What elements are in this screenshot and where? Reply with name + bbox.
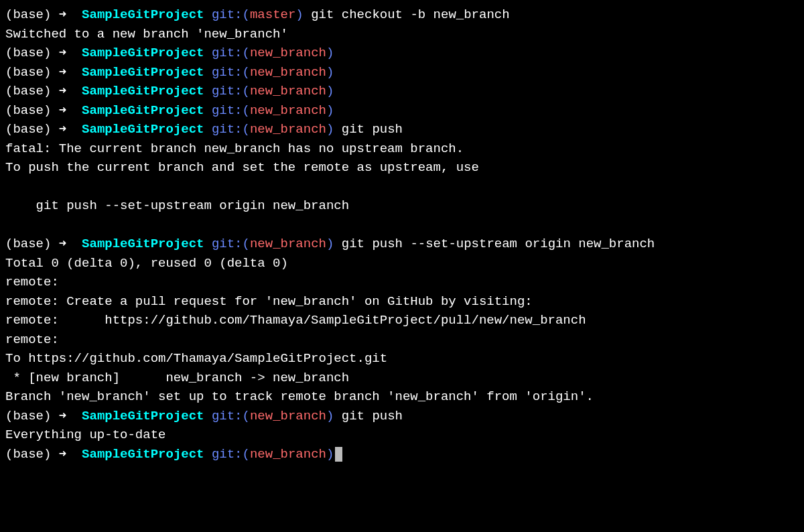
- output-text: * [new branch] new_branch -> new_branch: [5, 371, 349, 385]
- prompt-git-label: git:(: [204, 84, 250, 98]
- terminal-line: Everything up-to-date: [5, 425, 799, 445]
- prompt-arrow: ➜: [51, 447, 82, 462]
- prompt-paren: ): [326, 65, 334, 80]
- prompt-base: (base): [5, 65, 51, 80]
- prompt-base: (base): [5, 7, 51, 22]
- command-text: git push: [334, 409, 403, 423]
- prompt-arrow: ➜: [51, 65, 82, 80]
- prompt-paren: ): [326, 46, 334, 60]
- terminal-line: Switched to a new branch 'new_branch': [5, 25, 799, 44]
- command-text: git push --set-upstream origin new_branc…: [334, 237, 655, 251]
- prompt-paren: ): [326, 237, 334, 251]
- prompt-paren: ): [326, 84, 334, 98]
- prompt-arrow: ➜: [51, 84, 82, 98]
- prompt-project: SampleGitProject: [82, 409, 204, 423]
- prompt-base: (base): [5, 46, 51, 60]
- prompt-branch: new_branch: [250, 84, 326, 98]
- prompt-project: SampleGitProject: [82, 122, 204, 137]
- prompt-base: (base): [5, 122, 51, 137]
- output-text: remote: https://github.com/Thamaya/Sampl…: [5, 313, 586, 328]
- output-text: Total 0 (delta 0), reused 0 (delta 0): [5, 256, 288, 271]
- terminal-line: Branch 'new_branch' set up to track remo…: [5, 387, 799, 407]
- terminal-line: remote:: [5, 330, 799, 350]
- prompt-project: SampleGitProject: [82, 84, 204, 98]
- prompt-project: SampleGitProject: [82, 103, 204, 118]
- prompt-branch: master: [250, 7, 295, 22]
- prompt-git-label: git:(: [204, 409, 250, 423]
- terminal-line: To https://github.com/Thamaya/SampleGitP…: [5, 349, 799, 369]
- output-text: remote:: [5, 332, 66, 347]
- prompt-project: SampleGitProject: [82, 237, 204, 251]
- output-text: To https://github.com/Thamaya/SampleGitP…: [5, 351, 387, 366]
- terminal-line: git push --set-upstream origin new_branc…: [5, 196, 799, 216]
- terminal-line: [5, 216, 799, 235]
- prompt-git-label: git:(: [204, 447, 250, 462]
- prompt-git-label: git:(: [204, 65, 250, 80]
- prompt-base: (base): [5, 409, 51, 423]
- terminal-output[interactable]: (base) ➜ SampleGitProject git:(master) g…: [5, 5, 799, 464]
- prompt-branch: new_branch: [250, 237, 326, 251]
- output-text: To push the current branch and set the r…: [5, 160, 479, 175]
- terminal-line: * [new branch] new_branch -> new_branch: [5, 369, 799, 388]
- prompt-project: SampleGitProject: [82, 7, 204, 22]
- terminal-line: remote:: [5, 273, 799, 292]
- terminal-line: (base) ➜ SampleGitProject git:(new_branc…: [5, 44, 799, 63]
- terminal-line: (base) ➜ SampleGitProject git:(new_branc…: [5, 82, 799, 101]
- prompt-paren: ): [295, 7, 303, 22]
- prompt-git-label: git:(: [204, 46, 250, 60]
- prompt-arrow: ➜: [51, 237, 82, 251]
- prompt-git-label: git:(: [204, 103, 250, 118]
- prompt-base: (base): [5, 84, 51, 98]
- prompt-branch: new_branch: [250, 103, 326, 118]
- prompt-branch: new_branch: [250, 65, 326, 80]
- terminal-line: (base) ➜ SampleGitProject git:(new_branc…: [5, 235, 799, 254]
- terminal-line: remote: Create a pull request for 'new_b…: [5, 292, 799, 312]
- cursor: [335, 447, 342, 462]
- prompt-git-label: git:(: [204, 122, 250, 137]
- terminal-line: (base) ➜ SampleGitProject git:(new_branc…: [5, 445, 799, 464]
- terminal-line: (base) ➜ SampleGitProject git:(new_branc…: [5, 407, 799, 426]
- output-text: remote:: [5, 275, 66, 289]
- terminal-line: To push the current branch and set the r…: [5, 158, 799, 178]
- prompt-project: SampleGitProject: [82, 447, 204, 462]
- prompt-paren: ): [326, 447, 334, 462]
- prompt-base: (base): [5, 103, 51, 118]
- output-text: remote: Create a pull request for 'new_b…: [5, 294, 533, 309]
- prompt-paren: ): [326, 409, 334, 423]
- terminal-line: (base) ➜ SampleGitProject git:(new_branc…: [5, 63, 799, 82]
- command-text: git push: [334, 122, 403, 137]
- prompt-arrow: ➜: [51, 409, 82, 423]
- command-text: git checkout -b new_branch: [304, 7, 510, 22]
- output-text: git push --set-upstream origin new_branc…: [5, 198, 349, 213]
- output-text: Everything up-to-date: [5, 427, 165, 442]
- prompt-branch: new_branch: [250, 122, 326, 137]
- terminal-line: [5, 178, 799, 197]
- prompt-base: (base): [5, 447, 51, 462]
- prompt-branch: new_branch: [250, 447, 326, 462]
- prompt-base: (base): [5, 237, 51, 251]
- prompt-paren: ): [326, 103, 334, 118]
- terminal-line: (base) ➜ SampleGitProject git:(new_branc…: [5, 101, 799, 121]
- terminal-line: fatal: The current branch new_branch has…: [5, 139, 799, 159]
- terminal-line: (base) ➜ SampleGitProject git:(master) g…: [5, 5, 799, 25]
- output-text: Switched to a new branch 'new_branch': [5, 27, 288, 42]
- output-text: Branch 'new_branch' set up to track remo…: [5, 389, 594, 404]
- prompt-branch: new_branch: [250, 409, 326, 423]
- prompt-git-label: git:(: [204, 7, 250, 22]
- terminal-line: Total 0 (delta 0), reused 0 (delta 0): [5, 254, 799, 273]
- prompt-git-label: git:(: [204, 237, 250, 251]
- terminal-line: remote: https://github.com/Thamaya/Sampl…: [5, 311, 799, 330]
- prompt-paren: ): [326, 122, 334, 137]
- prompt-project: SampleGitProject: [82, 46, 204, 60]
- prompt-branch: new_branch: [250, 46, 326, 60]
- terminal-line: (base) ➜ SampleGitProject git:(new_branc…: [5, 120, 799, 139]
- prompt-arrow: ➜: [51, 7, 82, 22]
- prompt-arrow: ➜: [51, 122, 82, 137]
- prompt-arrow: ➜: [51, 46, 82, 60]
- prompt-project: SampleGitProject: [82, 65, 204, 80]
- output-text: fatal: The current branch new_branch has…: [5, 141, 464, 156]
- prompt-arrow: ➜: [51, 103, 82, 118]
